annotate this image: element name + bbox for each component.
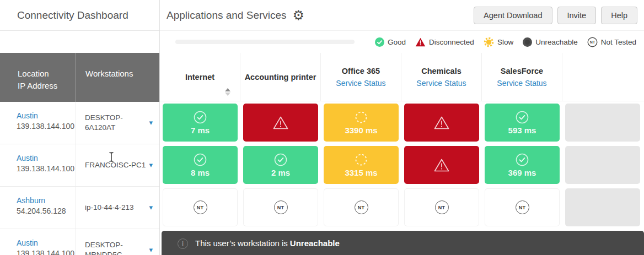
status-cell-not-tested: NT [324, 188, 399, 226]
not-tested-icon: NT [516, 200, 529, 214]
location-cell: Austin139.138.144.100 [0, 229, 76, 255]
legend-item-slow: Slow [484, 37, 513, 47]
status-cell-wrap [562, 101, 644, 144]
column-header-salesforce: SalesForceService Status [482, 53, 562, 101]
column-header-location: Location IP Address [0, 53, 76, 102]
not-tested-icon: NT [194, 200, 207, 214]
ip-address: 139.138.144.100 [17, 249, 76, 255]
service-status-link[interactable]: Service Status [497, 79, 546, 88]
progress-bar [175, 40, 355, 44]
column-label: Chemicals [421, 67, 461, 75]
status-cell-wrap [401, 101, 482, 144]
latency-value: 2 ms [271, 168, 290, 177]
status-cell-disconnected [404, 146, 479, 184]
banner-text: This user’s workstation isUnreachable [195, 238, 340, 248]
agent-download-button[interactable]: Agent Download [474, 7, 552, 24]
status-cell-empty [565, 146, 640, 184]
column-header-workstations: Workstations [76, 53, 159, 102]
location-link[interactable]: Austin [17, 154, 76, 162]
ip-address: 139.138.144.100 [17, 164, 76, 173]
column-header-internet: Internet [160, 53, 240, 101]
gear-icon[interactable]: ⚙ [293, 9, 305, 22]
legend-label: Disconnected [429, 38, 474, 46]
chevron-down-icon: ▾ [149, 161, 153, 170]
workstation-dropdown[interactable]: DESKTOP-MRNDD5C▾ [76, 229, 159, 255]
not-tested-icon: NT [274, 200, 288, 214]
workstation-rows: Austin139.138.144.100DESKTOP-6A120AT▾Aus… [0, 102, 159, 255]
status-cell-good: 2 ms [243, 146, 318, 184]
status-grid: 7 ms3390 ms593 ms8 ms2 ms3315 ms369 msNT… [160, 101, 644, 229]
status-cell-wrap: NT [401, 186, 482, 229]
workstation-row: Austin139.138.144.100DESKTOP-6A120AT▾ [0, 102, 159, 144]
location-link[interactable]: Austin [17, 238, 76, 247]
legend-item-not-tested: NTNot Tested [587, 37, 636, 47]
good-icon [375, 37, 384, 47]
slow-timer-icon [354, 110, 368, 124]
check-circle-icon [273, 153, 288, 167]
workstation-dropdown[interactable]: DESKTOP-6A120AT▾ [76, 102, 159, 144]
check-circle-icon [515, 110, 529, 124]
status-cell-good: 7 ms [163, 104, 238, 142]
status-cell-good: 8 ms [163, 146, 238, 184]
legend-item-disconnected: Disconnected [415, 37, 474, 47]
legend-label: Good [388, 38, 406, 46]
sidebar-title: Connectivity Dashboard [17, 9, 128, 21]
status-cell-wrap: NT [321, 186, 401, 229]
column-header-accounting-printer: Accounting printer [240, 53, 321, 101]
workstation-name: ip-10-44-4-213 [85, 203, 134, 213]
service-status-link[interactable]: Service Status [416, 79, 466, 88]
location-link[interactable]: Ashburn [17, 196, 76, 205]
workstation-row: Austin139.138.144.100FRANCOISC-PC1▾ [0, 144, 159, 187]
status-cell-disconnected [243, 104, 318, 142]
status-cell-wrap: 7 ms [160, 101, 240, 144]
latency-value: 7 ms [191, 126, 210, 135]
applications-panel: Applications and Services ⚙ Agent Downlo… [160, 0, 644, 255]
not-tested-icon: NT [435, 200, 449, 214]
warning-triangle-icon [433, 115, 450, 131]
legend-label: Not Tested [601, 38, 636, 46]
location-cell: Austin139.138.144.100 [0, 144, 76, 186]
invite-button[interactable]: Invite [557, 7, 597, 24]
column-label: SalesForce [501, 67, 543, 75]
status-cell-wrap: NT [160, 186, 240, 229]
info-icon: i [178, 238, 188, 249]
status-cell-wrap [562, 144, 644, 186]
workstation-dropdown[interactable]: ip-10-44-4-213▾ [76, 187, 159, 229]
location-cell: Ashburn54.204.56.128 [0, 187, 76, 229]
legend-label: Unreachable [535, 38, 578, 46]
status-cell-wrap [401, 144, 482, 186]
check-circle-icon [193, 153, 207, 167]
status-row: 7 ms3390 ms593 ms [160, 101, 644, 144]
help-button[interactable]: Help [601, 7, 637, 24]
legend-row: GoodDisconnectedSlowUnreachableNTNot Tes… [160, 31, 644, 53]
chevron-down-icon: ▾ [149, 118, 153, 128]
status-cell-not-tested: NT [404, 188, 479, 226]
not-tested-icon: NT [355, 200, 368, 214]
latency-value: 3390 ms [345, 126, 377, 135]
disconnected-icon [415, 37, 426, 47]
chevron-down-icon: ▾ [149, 203, 153, 213]
status-cell-wrap: NT [482, 186, 562, 229]
status-cell-wrap: 8 ms [160, 144, 240, 186]
status-cell-good: 369 ms [485, 146, 560, 184]
slow-icon [484, 37, 494, 47]
workstation-dropdown[interactable]: FRANCOISC-PC1▾ [76, 144, 159, 186]
status-cell-not-tested: NT [163, 188, 238, 226]
sort-arrows-icon[interactable] [225, 88, 230, 96]
workstation-name: DESKTOP-6A120AT [85, 113, 147, 132]
column-header-empty [562, 53, 644, 101]
slow-timer-icon [354, 153, 368, 167]
ip-address: 139.138.144.100 [17, 122, 76, 131]
column-header-office-365: Office 365Service Status [321, 53, 401, 101]
workstation-name: FRANCOISC-PC1 [85, 160, 146, 170]
not-tested-icon: NT [587, 37, 598, 47]
status-cell-wrap [240, 101, 321, 144]
warning-triangle-icon [272, 115, 289, 131]
status-cell-wrap: 593 ms [482, 101, 562, 144]
location-link[interactable]: Austin [17, 111, 76, 120]
service-status-link[interactable]: Service Status [336, 79, 385, 88]
column-header-chemicals: ChemicalsService Status [401, 53, 482, 101]
check-circle-icon [515, 153, 529, 167]
status-cell-not-tested: NT [485, 188, 560, 226]
services-grid-header: InternetAccounting printerOffice 365Serv… [160, 53, 644, 101]
